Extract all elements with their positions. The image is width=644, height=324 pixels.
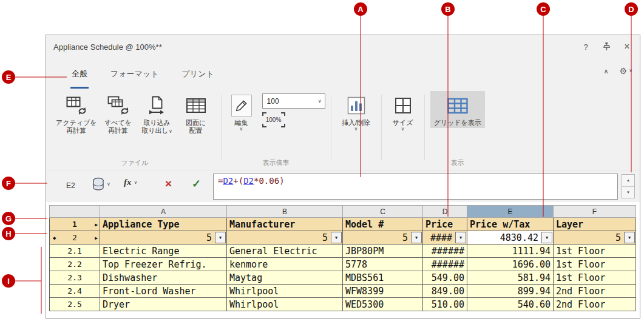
tab-print[interactable]: プリント [181, 69, 215, 89]
summary-cell[interactable]: 5 ▼ [227, 231, 343, 245]
spinner-up-button[interactable]: ▲ [622, 175, 634, 186]
column-header-d[interactable]: D [423, 206, 467, 218]
settings-button[interactable]: ⚙ ∨ [620, 66, 632, 76]
cell[interactable]: Electric Range [100, 245, 227, 258]
cell[interactable]: WED5300 [343, 298, 423, 311]
row-number[interactable]: 2.1 [50, 245, 100, 258]
summary-cell[interactable]: 5 ▼ [343, 231, 423, 245]
zoom-percent-button[interactable]: 100% [262, 112, 285, 127]
row-number-1[interactable]: 1 ▶ [50, 218, 100, 231]
cell[interactable]: 1st Floor [554, 245, 636, 258]
header-row: 1 ▶ Appliance Type Manufacturer Model # … [50, 218, 636, 231]
selected-cell-e2[interactable]: 4830.42 ▼ [467, 231, 554, 245]
place-in-drawing-button[interactable]: 図面に 配置 [177, 91, 215, 136]
recalc-all-label-2: 再計算 [108, 127, 128, 135]
header-cell[interactable]: Manufacturer [227, 218, 343, 231]
import-export-label-1: 取り込み [143, 119, 171, 127]
combo-arrow-button[interactable]: ▼ [331, 232, 342, 243]
zoom-controls: 100 ∨ 100% [262, 91, 325, 127]
help-button[interactable]: ? [580, 41, 591, 52]
row-number[interactable]: 2.2 [50, 258, 100, 271]
cell[interactable]: General Electric [227, 245, 343, 258]
tab-general[interactable]: 全般 [70, 69, 89, 89]
header-cell[interactable]: Model # [343, 218, 423, 231]
cell[interactable]: 1st Floor [554, 258, 636, 271]
titlebar[interactable]: Appliance Schedule @ 100%** ? × [46, 35, 640, 58]
cell[interactable]: Maytag [227, 271, 343, 285]
cell[interactable]: 1696.00 [467, 258, 554, 271]
insert-delete-button[interactable]: 挿入/削除 ∨ [337, 91, 376, 133]
cell[interactable]: 899.94 [467, 285, 554, 298]
function-button[interactable]: fx ∨ [124, 177, 137, 187]
recalc-active-button[interactable]: アクティブを 再計算 [54, 91, 99, 136]
chevron-down-icon: ∨ [401, 127, 405, 132]
cell[interactable]: ###### [423, 245, 467, 258]
row-number[interactable]: 2.4 [50, 285, 100, 298]
size-button[interactable]: サイズ ∨ [387, 91, 419, 133]
show-grid-toggle[interactable]: グリッドを表示 [430, 91, 485, 128]
cell[interactable]: 510.00 [423, 298, 467, 311]
header-cell[interactable]: Price [423, 218, 467, 231]
cell[interactable]: 581.94 [467, 271, 554, 285]
cancel-button[interactable]: × [165, 177, 172, 191]
callout-c: C [537, 2, 550, 16]
accept-button[interactable]: ✓ [192, 177, 201, 191]
cell-reference: E2 [66, 181, 75, 190]
tab-format[interactable]: フォーマット [109, 69, 160, 89]
row-number-2[interactable]: ◆ 2 ▶ [50, 231, 100, 245]
cell[interactable]: MDBS561 [343, 271, 423, 285]
combo-arrow-button[interactable]: ▼ [215, 232, 226, 243]
zoom-combobox[interactable]: 100 ∨ [262, 93, 325, 109]
pin-button[interactable] [601, 41, 612, 52]
cell[interactable]: JBP80PM [343, 245, 423, 258]
summary-cell[interactable]: #### ▼ [423, 231, 467, 245]
cell[interactable]: Dishwasher [100, 271, 227, 285]
cell[interactable]: Whirlpool [227, 298, 343, 311]
cell[interactable]: 2nd Floor [554, 298, 636, 311]
summary-cell[interactable]: 5 ▼ [554, 231, 636, 245]
cell[interactable]: 2nd Floor [554, 285, 636, 298]
cell[interactable]: Dryer [100, 298, 227, 311]
spinner-down-button[interactable]: ▼ [622, 186, 634, 198]
summary-cell[interactable]: 5 ▼ [100, 231, 227, 245]
column-header-b[interactable]: B [227, 206, 343, 218]
column-header-c[interactable]: C [343, 206, 423, 218]
import-export-button[interactable]: 取り込み 取り出し∨ [138, 91, 177, 136]
cell[interactable]: WFW8399 [343, 285, 423, 298]
combo-arrow-button[interactable]: ▼ [411, 232, 422, 243]
cell[interactable]: Top Freezer Refrig. [100, 258, 227, 271]
cell[interactable]: 1st Floor [554, 271, 636, 285]
cell[interactable]: 549.00 [423, 271, 467, 285]
datasource-button[interactable]: ∨ [92, 177, 110, 191]
combo-arrow-button[interactable]: ▼ [624, 232, 635, 243]
cell[interactable]: 1111.94 [467, 245, 554, 258]
cell[interactable]: ###### [423, 258, 467, 271]
column-header-a[interactable]: A [100, 206, 227, 218]
cell[interactable]: Front-Lord Washer [100, 285, 227, 298]
combo-arrow-button[interactable]: ▼ [455, 232, 466, 243]
cell[interactable]: Whirlpool [227, 285, 343, 298]
combo-arrow-button[interactable]: ▼ [541, 232, 552, 243]
table-row: 2.5 Dryer Whirlpool WED5300 510.00 540.6… [50, 298, 636, 311]
row-number[interactable]: 2.5 [50, 298, 100, 311]
window-title: Appliance Schedule @ 100%** [53, 42, 162, 52]
column-header-e-selected[interactable]: E [467, 206, 554, 218]
row-number[interactable]: 2.3 [50, 271, 100, 285]
close-button[interactable]: × [622, 41, 632, 52]
ribbon-collapse-button[interactable]: ∧ [604, 67, 609, 75]
table-row: 2.3 Dishwasher Maytag MDBS561 549.00 581… [50, 271, 636, 285]
cell[interactable]: 849.00 [423, 285, 467, 298]
formula-input[interactable]: =D2+(D2*0.06) [213, 174, 618, 200]
corner-cell[interactable] [50, 206, 100, 218]
recalc-all-button[interactable]: すべてを 再計算 [99, 91, 138, 136]
cell[interactable]: kenmore [227, 258, 343, 271]
header-cell[interactable]: Appliance Type [100, 218, 227, 231]
header-cell[interactable]: Price w/Tax [467, 218, 554, 231]
edit-button[interactable]: 編集 ∨ [227, 91, 256, 133]
table-row: 2.2 Top Freezer Refrig. kenmore 5778 ###… [50, 258, 636, 271]
header-cell[interactable]: Layer [554, 218, 636, 231]
cell[interactable]: 5778 [343, 258, 423, 271]
column-header-f[interactable]: F [554, 206, 636, 218]
pencil-icon [231, 95, 252, 116]
cell[interactable]: 540.60 [467, 298, 554, 311]
